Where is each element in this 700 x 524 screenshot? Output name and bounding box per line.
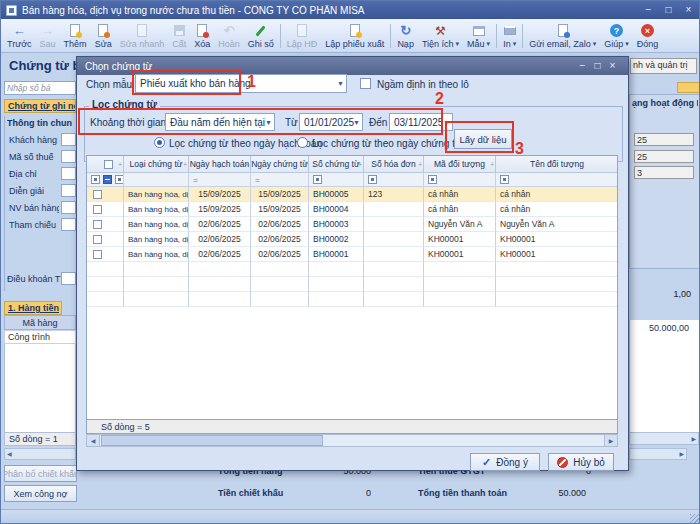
filter-cell[interactable]	[364, 173, 424, 187]
row-checkbox[interactable]	[93, 220, 102, 229]
row-checkbox[interactable]	[93, 190, 102, 199]
filter-cell[interactable]: =	[189, 173, 251, 187]
nv-ban-hang-input[interactable]	[61, 201, 76, 214]
table-row[interactable]: Bán hàng hóa, dịch vụ... 02/06/2025 02/0…	[87, 232, 617, 247]
scroll-right-icon[interactable]: ▶	[691, 434, 696, 444]
scroll-right-icon[interactable]: ▶	[604, 435, 617, 446]
toolbar-item-sau[interactable]: → Sau	[36, 20, 60, 52]
filter-cell[interactable]	[424, 173, 496, 187]
dialog-close-button[interactable]: ×	[605, 58, 620, 74]
toolbar-item-cat[interactable]: Cất	[168, 20, 190, 52]
filter-icon[interactable]	[500, 175, 509, 184]
toolbar-label: Lập HĐ	[287, 39, 318, 49]
khach-hang-input[interactable]	[61, 133, 76, 146]
column-header-ma-hang[interactable]: Mã hàng	[4, 315, 76, 330]
right-date-fragment[interactable]: 25	[634, 150, 694, 163]
ok-button[interactable]: ✓ Đồng ý	[470, 453, 540, 471]
cell-ma-doi-tuong: cá nhân	[424, 187, 496, 202]
dien-giai-input[interactable]	[61, 184, 76, 197]
left-h-scrollbar[interactable]: ◀	[4, 448, 76, 460]
filter-cell[interactable]	[309, 173, 364, 187]
dieu-khoan-tt-input[interactable]	[61, 272, 76, 285]
allocate-discount-button[interactable]: Phân bổ chiết khấu	[4, 465, 77, 482]
row-checkbox[interactable]	[93, 235, 102, 244]
toolbar-item-xoa[interactable]: Xóa	[190, 20, 214, 52]
dropdown-caret-icon: ▾	[456, 40, 460, 48]
radio-ngay-hach-toan[interactable]	[154, 137, 165, 148]
select-all-checkbox[interactable]	[104, 160, 113, 169]
scroll-left-icon[interactable]: ◀	[87, 435, 100, 446]
toolbar-item-ghi-so[interactable]: Ghi sổ	[244, 20, 278, 52]
table-row[interactable]: Bán hàng hóa, dịch vụ... 15/09/2025 15/0…	[87, 202, 617, 217]
col-header-ten-doi-tuong[interactable]: Tên đối tượng	[496, 156, 618, 173]
toolbar-item-dong[interactable]: × Đóng	[633, 20, 663, 52]
filter-cell[interactable]	[87, 173, 124, 187]
don-gia-value: 50.000,00	[649, 323, 689, 333]
toolbar-item-nap[interactable]: ↻ Nạp	[393, 20, 418, 52]
right-number-fragment[interactable]: 3	[634, 166, 694, 179]
toolbar-item-lap-phieu-xuat[interactable]: Lập phiếu xuất	[321, 20, 388, 52]
window-minimize-button[interactable]: −	[641, 2, 656, 18]
right-date-fragment[interactable]: 25	[634, 133, 694, 146]
filter-cell[interactable]	[124, 173, 189, 187]
dialog-minimize-button[interactable]: −	[575, 58, 590, 74]
filter-icon[interactable]	[313, 175, 322, 184]
filter-minus-icon[interactable]	[103, 175, 112, 184]
tab-chung-tu-ghi-no[interactable]: Chứng từ ghi nợ	[4, 99, 76, 113]
toolbar-item-mau[interactable]: Mẫu ▾	[463, 20, 494, 52]
filter-icon[interactable]	[91, 175, 100, 184]
col-header-so-hoa-don[interactable]: Số hóa đơn+	[364, 156, 424, 173]
dia-chi-input[interactable]	[61, 167, 76, 180]
filter-cell[interactable]: =	[251, 173, 309, 187]
scrollbar-thumb[interactable]	[101, 435, 323, 446]
col-header-ngay-chung-tu[interactable]: Ngày chứng từ+	[251, 156, 309, 173]
col-header-loai-chung-tu[interactable]: Loại chứng từ+	[124, 156, 189, 173]
right-h-scrollbar-2[interactable]: ▶	[629, 448, 687, 460]
toolbar-item-tien-ich[interactable]: ⚒ Tiện ích ▾	[418, 20, 463, 52]
view-debt-button[interactable]: Xem công nợ	[4, 485, 77, 502]
scroll-left-icon[interactable]: ◀	[7, 449, 12, 459]
dialog-maximize-button[interactable]: □	[590, 58, 605, 74]
window-maximize-button[interactable]: □	[661, 2, 676, 18]
select-all-header[interactable]: +	[87, 156, 124, 173]
toolbar-item-giup[interactable]: ? Giúp ▾	[600, 20, 633, 52]
combo-arrow-icon[interactable]: ▼	[337, 80, 344, 87]
toolbar-item-them[interactable]: Thêm	[60, 20, 91, 52]
scroll-right-icon[interactable]: ▶	[679, 449, 684, 459]
filter-cell[interactable]	[496, 173, 618, 187]
table-h-scrollbar[interactable]: ◀ ▶	[86, 434, 618, 447]
col-header-ngay-hach-toan[interactable]: Ngày hạch toán+	[189, 156, 251, 173]
pin-icon: +	[358, 161, 362, 168]
col-header-ma-doi-tuong[interactable]: Mã đối tượng+	[424, 156, 496, 173]
radio-ngay-chung-tu[interactable]	[297, 137, 308, 148]
toolbar-item-in[interactable]: In ▾	[499, 20, 520, 52]
filter-icon[interactable]	[428, 175, 437, 184]
right-h-scrollbar[interactable]: ▶	[629, 432, 699, 445]
equals-filter-icon: =	[255, 175, 260, 185]
toolbar-item-sua[interactable]: Sửa	[91, 20, 116, 52]
document-search-input[interactable]: Nhập số bá	[4, 81, 76, 95]
toolbar-item-hoan[interactable]: ↶ Hoàn	[214, 20, 244, 52]
col-header-so-chung-tu[interactable]: Số chứng từ+	[309, 156, 364, 173]
window-close-button[interactable]: ×	[681, 2, 696, 18]
toolbar-item-sua-nhanh[interactable]: Sửa nhanh	[116, 20, 169, 52]
cancel-button[interactable]: Hủy bỏ	[548, 453, 614, 471]
filter-icon[interactable]	[368, 175, 377, 184]
row-checkbox[interactable]	[93, 250, 102, 259]
filter-icon[interactable]	[115, 175, 124, 184]
empty-row	[87, 292, 617, 307]
resize-grip[interactable]	[690, 514, 699, 523]
ma-so-thue-input[interactable]	[61, 150, 76, 163]
table-row[interactable]: Bán hàng hóa, dịch vụ... 15/09/2025 15/0…	[87, 187, 617, 202]
toolbar-item-lap-hd[interactable]: Lập HĐ	[283, 20, 322, 52]
table-row[interactable]: Bán hàng hóa, dịch vụ... 02/06/2025 02/0…	[87, 247, 617, 262]
tham-chieu-input[interactable]	[61, 218, 76, 231]
default-print-checkbox[interactable]	[360, 78, 371, 89]
toolbar-item-gui-email-zalo[interactable]: Gửi email, Zalo ▾	[525, 20, 600, 52]
toolbar-item-truoc[interactable]: ← Trước	[3, 20, 36, 52]
table-row[interactable]: Bán hàng hóa, dịch vụ... 02/06/2025 02/0…	[87, 217, 617, 232]
detail-row-cong-trinh[interactable]: Công trình	[4, 330, 76, 344]
row-checkbox[interactable]	[93, 205, 102, 214]
tab-hang-tien[interactable]: 1. Hàng tiền	[4, 301, 62, 315]
right-tab-fragment	[677, 82, 700, 93]
